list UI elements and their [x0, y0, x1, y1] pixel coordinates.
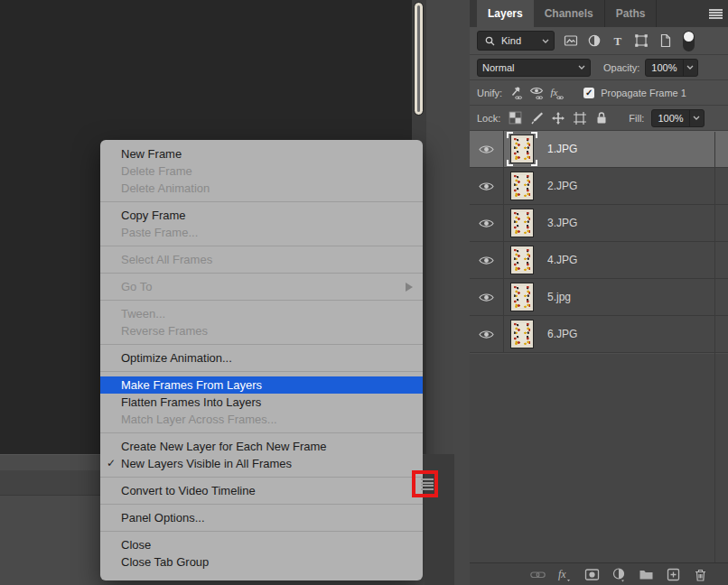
chevron-down-icon[interactable] [683, 60, 697, 76]
layers-panel: Layers Channels Paths Kind T [470, 0, 728, 585]
chevron-down-icon[interactable] [689, 110, 704, 126]
scrollbar-thumb[interactable] [414, 2, 424, 116]
menu-item[interactable]: New Frame [100, 145, 423, 162]
layer-row[interactable]: 5.jpg [470, 279, 728, 316]
blend-mode-dropdown[interactable]: Normal [477, 59, 591, 77]
layer-thumbnail[interactable] [507, 169, 537, 203]
menu-item[interactable]: Make Frames From Layers [100, 376, 423, 394]
menu-item[interactable]: Optimize Animation... [100, 349, 423, 367]
unify-position-icon[interactable] [509, 86, 523, 100]
layer-row[interactable]: 4.JPG [470, 242, 728, 279]
kind-filter-label: Kind [501, 35, 537, 46]
layer-thumbnail[interactable] [507, 280, 537, 314]
add-layer-mask-icon[interactable] [584, 567, 600, 582]
layer-row[interactable]: 3.JPG [470, 205, 728, 242]
menu-item[interactable]: Tween... [100, 305, 423, 322]
filter-smart-objects-icon[interactable] [658, 33, 672, 48]
menu-item[interactable]: Delete Frame [100, 162, 423, 180]
thumbnail-image [510, 172, 534, 200]
timeline-flyout-menu: New Frame Delete Frame Delete Animation … [100, 140, 423, 580]
layer-list-empty-area [470, 354, 728, 562]
visibility-toggle[interactable] [470, 205, 504, 241]
fill-label: Fill: [629, 113, 644, 124]
menu-item[interactable]: Select All Frames [100, 251, 423, 268]
menu-item[interactable]: Convert to Video Timeline [100, 482, 423, 499]
menu-item[interactable]: New Layers Visible in All Frames [100, 455, 423, 472]
filter-adjustment-layers-icon[interactable] [587, 33, 602, 48]
search-icon [482, 33, 497, 48]
lock-all-icon[interactable] [594, 111, 609, 125]
link-layers-icon[interactable] [530, 567, 546, 582]
layer-list: 1.JPG 2.JPG [470, 131, 728, 353]
layer-name[interactable]: 3.JPG [547, 217, 577, 229]
chevron-down-icon [578, 65, 585, 70]
visibility-toggle[interactable] [470, 316, 504, 352]
menu-item[interactable]: Match Layer Across Frames... [100, 411, 423, 428]
new-group-icon[interactable] [639, 567, 654, 582]
unify-style-icon[interactable]: fx [550, 86, 565, 100]
opacity-control[interactable]: 100% [645, 59, 697, 77]
svg-text:fx: fx [558, 568, 566, 580]
layer-filter-row: Kind T [470, 27, 728, 55]
layer-row[interactable]: 2.JPG [470, 168, 728, 205]
menu-item[interactable]: Flatten Frames Into Layers [100, 394, 423, 411]
tab-layers[interactable]: Layers [477, 0, 534, 27]
fill-control[interactable]: 100% [651, 109, 704, 127]
lock-position-icon[interactable] [551, 111, 565, 125]
menu-item[interactable]: Delete Animation [100, 180, 423, 197]
menu-item[interactable]: Panel Options... [100, 509, 423, 526]
delete-layer-icon[interactable] [693, 567, 708, 582]
opacity-value[interactable]: 100% [646, 62, 682, 73]
menu-item[interactable]: Copy Frame [100, 207, 423, 224]
fill-value[interactable]: 100% [652, 113, 688, 124]
unify-visibility-icon[interactable] [529, 86, 544, 100]
visibility-toggle[interactable] [470, 168, 504, 204]
lock-artboard-icon[interactable] [573, 111, 587, 125]
menu-item [100, 344, 423, 345]
new-layer-icon[interactable] [666, 567, 681, 582]
tab-channels[interactable]: Channels [534, 0, 605, 27]
adjustment-layer-icon[interactable] [611, 567, 627, 582]
layer-name[interactable]: 1.JPG [547, 143, 577, 155]
layer-thumbnail[interactable] [507, 206, 537, 240]
unify-label: Unify: [477, 88, 502, 98]
lock-transparency-icon[interactable] [508, 111, 522, 125]
layers-panel-menu-icon[interactable] [709, 9, 723, 19]
filter-toggle-switch[interactable] [683, 31, 695, 51]
thumbnail-image [510, 283, 534, 311]
opacity-label: Opacity: [603, 62, 639, 73]
menu-item[interactable]: Create New Layer for Each New Frame [100, 438, 423, 455]
menu-item[interactable]: Close Tab Group [100, 553, 423, 571]
tab-paths[interactable]: Paths [605, 0, 658, 27]
eye-icon [479, 218, 494, 228]
layer-thumbnail[interactable] [507, 243, 537, 277]
thumbnail-image [510, 209, 534, 237]
menu-item [100, 504, 423, 505]
layer-style-icon[interactable]: fx [557, 567, 573, 582]
layer-thumbnail[interactable] [507, 132, 537, 166]
filter-type-layers-icon[interactable]: T [611, 33, 625, 48]
kind-filter-dropdown[interactable]: Kind [477, 31, 555, 51]
visibility-toggle[interactable] [470, 279, 504, 315]
menu-item[interactable]: Reverse Frames [100, 322, 423, 339]
menu-item [100, 371, 423, 372]
eye-icon [479, 255, 494, 265]
propagate-frame-checkbox[interactable]: ✓ [583, 88, 594, 98]
layer-name[interactable]: 4.JPG [547, 254, 577, 266]
visibility-toggle[interactable] [470, 242, 504, 278]
chevron-down-icon [542, 39, 549, 43]
menu-item[interactable]: Paste Frame... [100, 224, 423, 241]
layer-name[interactable]: 5.jpg [547, 291, 571, 303]
menu-item[interactable]: Go To [100, 278, 423, 295]
filter-pixel-layers-icon[interactable] [564, 33, 578, 48]
layer-name[interactable]: 2.JPG [547, 180, 577, 192]
layer-name[interactable]: 6.JPG [547, 328, 577, 340]
layer-thumbnail[interactable] [507, 317, 537, 351]
menu-item[interactable]: Close [100, 536, 423, 553]
layer-row[interactable]: 6.JPG [470, 316, 728, 353]
filter-shape-layers-icon[interactable] [634, 33, 649, 48]
lock-pixels-icon[interactable] [529, 111, 544, 125]
layer-row[interactable]: 1.JPG [470, 131, 728, 168]
visibility-toggle[interactable] [470, 131, 504, 167]
lock-row: Lock: Fill: 100% [470, 106, 728, 131]
